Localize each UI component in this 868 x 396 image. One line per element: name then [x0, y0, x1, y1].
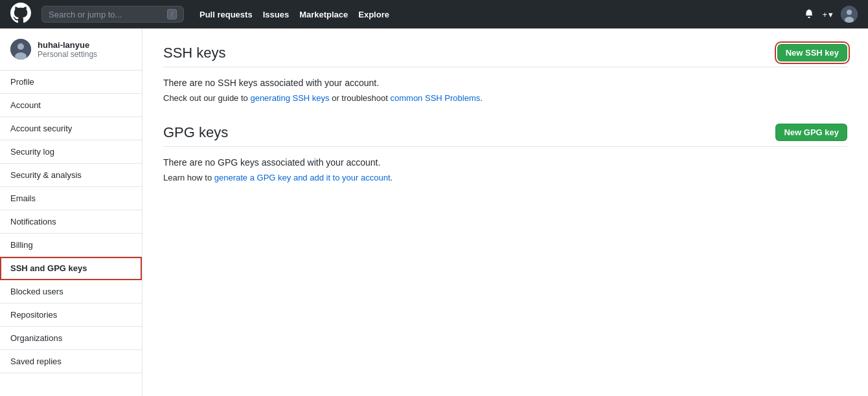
svg-point-1 — [847, 10, 852, 15]
topnav-links: Pull requests Issues Marketplace Explore — [200, 10, 389, 19]
gpg-no-keys-text: There are no GPG keys associated with yo… — [163, 157, 847, 168]
nav-item-ssh-gpg: SSH and GPG keys — [0, 257, 142, 280]
gpg-no-keys-label: There are no GPG keys associated with yo… — [163, 157, 380, 168]
pull-requests-link[interactable]: Pull requests — [200, 10, 253, 19]
nav-account[interactable]: Account — [0, 94, 142, 116]
nav-organizations[interactable]: Organizations — [0, 327, 142, 349]
new-menu[interactable]: + ▾ — [822, 10, 833, 19]
page-layout: huhai-lanyue Personal settings Profile A… — [0, 28, 868, 396]
nav-profile[interactable]: Profile — [0, 71, 142, 93]
nav-repositories[interactable]: Repositories — [0, 303, 142, 326]
nav-account-security[interactable]: Account security — [0, 117, 142, 140]
common-ssh-problems-link[interactable]: common SSH Problems — [391, 93, 481, 103]
top-navigation: Search or jump to... / Pull requests Iss… — [0, 0, 868, 28]
sidebar-user-info: huhai-lanyue Personal settings — [38, 40, 97, 59]
chevron-down-icon: ▾ — [828, 10, 833, 19]
generating-ssh-keys-link[interactable]: generating SSH keys — [250, 93, 329, 103]
nav-item-security-log: Security log — [0, 140, 142, 164]
gpg-learn-text: Learn how to generate a GPG key and add … — [163, 173, 847, 182]
nav-emails[interactable]: Emails — [0, 187, 142, 210]
gpg-section-header: GPG keys New GPG key — [163, 124, 847, 147]
sidebar-nav: Profile Account Account security Securit… — [0, 71, 142, 373]
nav-item-emails: Emails — [0, 187, 142, 210]
nav-item-profile: Profile — [0, 71, 142, 94]
main-content: SSH keys New SSH key There are no SSH ke… — [143, 28, 868, 396]
issues-link[interactable]: Issues — [263, 10, 289, 19]
nav-blocked-users[interactable]: Blocked users — [0, 280, 142, 303]
ssh-no-keys-label: There are no SSH keys associated with yo… — [163, 78, 379, 88]
search-box[interactable]: Search or jump to... / — [41, 6, 184, 23]
ssh-section-header: SSH keys New SSH key — [163, 44, 847, 67]
nav-notifications[interactable]: Notifications — [0, 210, 142, 233]
nav-item-organizations: Organizations — [0, 327, 142, 350]
nav-item-account-security: Account security — [0, 117, 142, 140]
ssh-section-title: SSH keys — [163, 45, 226, 61]
ssh-no-keys-text: There are no SSH keys associated with yo… — [163, 78, 847, 88]
github-logo[interactable] — [10, 3, 31, 27]
explore-link[interactable]: Explore — [358, 10, 389, 19]
nav-saved-replies[interactable]: Saved replies — [0, 350, 142, 373]
ssh-guide-middle: or troubleshoot — [330, 93, 391, 103]
ssh-guide-prefix: Check out our guide to — [163, 93, 250, 103]
new-gpg-key-button[interactable]: New GPG key — [775, 124, 847, 141]
nav-billing[interactable]: Billing — [0, 234, 142, 256]
gpg-keys-section: GPG keys New GPG key There are no GPG ke… — [163, 124, 847, 182]
sidebar-user: huhai-lanyue Personal settings — [0, 28, 142, 71]
nav-item-repositories: Repositories — [0, 303, 142, 327]
sidebar-avatar — [10, 39, 31, 60]
nav-security-log[interactable]: Security log — [0, 140, 142, 163]
sidebar-subtitle: Personal settings — [38, 50, 97, 59]
gpg-learn-prefix: Learn how to — [163, 173, 214, 182]
ssh-keys-section: SSH keys New SSH key There are no SSH ke… — [163, 44, 847, 103]
ssh-guide-text: Check out our guide to generating SSH ke… — [163, 93, 847, 103]
nav-ssh-gpg-keys[interactable]: SSH and GPG keys — [0, 257, 142, 280]
nav-item-security-analysis: Security & analysis — [0, 164, 142, 187]
nav-item-blocked-users: Blocked users — [0, 280, 142, 303]
search-placeholder: Search or jump to... — [49, 10, 122, 19]
sidebar-username: huhai-lanyue — [38, 40, 97, 50]
gpg-section-title: GPG keys — [163, 124, 228, 141]
topnav-right: + ▾ — [804, 6, 858, 23]
generate-gpg-key-link[interactable]: generate a GPG key and add it to your ac… — [214, 173, 391, 182]
search-slash-key: / — [167, 9, 177, 19]
nav-item-account: Account — [0, 94, 142, 117]
user-avatar[interactable] — [841, 6, 858, 23]
nav-item-notifications: Notifications — [0, 210, 142, 234]
svg-point-4 — [17, 43, 24, 50]
marketplace-link[interactable]: Marketplace — [299, 10, 348, 19]
ssh-guide-suffix: . — [480, 93, 483, 103]
new-ssh-key-button[interactable]: New SSH key — [777, 44, 847, 61]
plus-label: + — [822, 10, 827, 19]
gpg-learn-suffix: . — [391, 173, 393, 182]
nav-item-billing: Billing — [0, 234, 142, 257]
sidebar: huhai-lanyue Personal settings Profile A… — [0, 28, 143, 396]
nav-item-saved-replies: Saved replies — [0, 350, 142, 373]
nav-security-analysis[interactable]: Security & analysis — [0, 164, 142, 186]
bell-icon[interactable] — [804, 8, 814, 21]
